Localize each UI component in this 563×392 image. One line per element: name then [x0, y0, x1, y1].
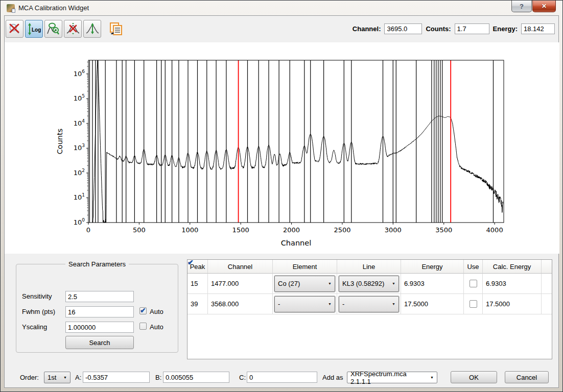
col-header-channel[interactable]: Channel	[208, 260, 273, 274]
chevron-down-icon: ▼	[390, 282, 395, 285]
svg-text:104: 104	[74, 118, 85, 127]
cell-channel-0[interactable]: 1477.000	[208, 274, 273, 294]
cell-filler-1	[542, 294, 552, 314]
cell-channel-1[interactable]: 3568.000	[208, 294, 273, 314]
svg-text:102: 102	[74, 168, 85, 177]
titlebar[interactable]: MCA Calibration Widget ? ✕	[1, 1, 562, 16]
counts-readout-value: 1.7	[455, 23, 489, 34]
fwhm-auto-label: Auto	[150, 308, 163, 315]
order-combo[interactable]: 1st ▼	[44, 372, 71, 383]
fwhm-input[interactable]	[65, 306, 134, 317]
use-checkbox-1[interactable]	[470, 300, 477, 308]
svg-text:100: 100	[74, 217, 85, 226]
add-as-combo-value: XRFSpectrum.mca 2.1.1.1	[350, 370, 428, 385]
svg-text:4000: 4000	[486, 226, 503, 234]
search-parameters-group: Search Parameters Sensitivity Fwhm (pts)…	[16, 260, 178, 353]
peak-delete-icon	[66, 22, 80, 36]
col-header-use[interactable]: Use	[464, 260, 483, 274]
element-combo-1[interactable]: - ▼	[274, 296, 335, 312]
peak-search-icon	[85, 22, 100, 36]
peak-search-button[interactable]	[83, 20, 101, 38]
cell-element-1: - ▼	[273, 294, 337, 314]
svg-text:Log: Log	[32, 27, 41, 33]
chevron-down-icon: ▼	[61, 376, 67, 379]
zoom-reset-button[interactable]	[6, 20, 24, 38]
col-header-energy[interactable]: Energy	[401, 260, 464, 274]
cell-element-0: Co (27) ▼	[273, 274, 337, 294]
channel-readout-label: Channel:	[353, 25, 381, 33]
svg-text:500: 500	[133, 226, 146, 234]
line-combo-0[interactable]: KL3 (0.58292) ▼	[339, 276, 399, 292]
mca-calibration-window: MCA Calibration Widget ? ✕ Log	[0, 0, 563, 392]
plot-toolbar: Log	[6, 20, 124, 38]
yscaling-auto-label: Auto	[150, 323, 163, 331]
cell-use-1	[464, 294, 483, 314]
cell-peak-0[interactable]: 15	[187, 274, 208, 294]
add-as-label: Add as	[322, 374, 343, 381]
order-combo-value: 1st	[48, 374, 56, 381]
line-combo-value-0: KL3 (0.58292)	[342, 280, 384, 287]
svg-text:3500: 3500	[435, 226, 452, 234]
col-header-line[interactable]: Line	[337, 260, 401, 274]
svg-text:105: 105	[74, 93, 85, 102]
close-button[interactable]: ✕	[532, 1, 556, 12]
element-combo-value-1: -	[278, 300, 280, 308]
svg-text:101: 101	[74, 192, 85, 201]
col-header-calc-energy[interactable]: Calc. Energy	[483, 260, 542, 274]
chevron-down-icon: ▼	[326, 302, 332, 306]
energy-readout-value: 18.142	[521, 23, 555, 34]
coeff-a-label: A:	[75, 374, 81, 381]
yscaling-auto-checkbox[interactable]	[139, 323, 147, 330]
coeff-b-label: B:	[155, 374, 161, 381]
cell-calc-energy-0[interactable]: 6.9303	[483, 274, 542, 294]
yscaling-label: Yscaling	[22, 323, 47, 331]
help-button[interactable]: ?	[511, 1, 532, 12]
coeff-a-input[interactable]	[83, 372, 150, 383]
col-header-element[interactable]: Element	[273, 260, 337, 274]
yscaling-input[interactable]	[65, 322, 134, 333]
copy-to-clipboard-icon	[108, 21, 124, 37]
cell-line-1: - ▼	[337, 294, 401, 314]
order-label: Order:	[20, 374, 39, 381]
coeff-c-input[interactable]	[247, 372, 317, 383]
ok-button[interactable]: OK	[451, 371, 497, 383]
cell-calc-energy-1[interactable]: 17.5000	[483, 294, 542, 314]
window-title: MCA Calibration Widget	[18, 4, 89, 12]
svg-text:Channel: Channel	[281, 239, 312, 247]
cancel-button[interactable]: Cancel	[505, 371, 549, 383]
use-checkbox-0[interactable]	[470, 280, 477, 287]
svg-text:1500: 1500	[232, 226, 249, 234]
copy-to-clipboard-button[interactable]	[108, 21, 124, 37]
cell-energy-1[interactable]: 17.5000	[401, 294, 464, 314]
app-icon	[7, 4, 15, 12]
line-combo-1[interactable]: - ▼	[339, 296, 399, 312]
log-scale-toggle-button[interactable]: Log	[25, 20, 43, 38]
chevron-down-icon: ▼	[326, 282, 332, 285]
element-combo-0[interactable]: Co (27) ▼	[274, 276, 335, 292]
spectrum-plot[interactable]: 0500100015002000250030003500400010010110…	[5, 42, 559, 254]
svg-text:2000: 2000	[283, 226, 300, 234]
svg-text:103: 103	[74, 143, 85, 152]
channel-readout-value: 3695.0	[384, 23, 422, 34]
search-button[interactable]: Search	[65, 336, 134, 349]
coeff-c-label: C:	[239, 374, 246, 381]
chevron-down-icon: ▼	[428, 376, 434, 379]
fwhm-auto-checkbox[interactable]	[139, 307, 147, 314]
add-as-combo[interactable]: XRFSpectrum.mca 2.1.1.1 ▼	[347, 372, 437, 383]
peak-delete-button[interactable]	[64, 20, 82, 38]
svg-text:2500: 2500	[334, 226, 350, 234]
svg-text:Counts: Counts	[56, 129, 64, 155]
log-scale-icon: Log	[27, 22, 41, 36]
sensitivity-input[interactable]	[65, 291, 134, 302]
cell-energy-0[interactable]: 6.9303	[401, 274, 464, 294]
counts-readout-label: Counts:	[426, 25, 451, 33]
cell-peak-1[interactable]: 39	[187, 294, 208, 314]
peak-zoom-button[interactable]	[44, 20, 62, 38]
line-combo-value-1: -	[342, 300, 344, 308]
window-buttons: ? ✕	[511, 1, 556, 12]
spectrum-chart[interactable]: 0500100015002000250030003500400010010110…	[5, 42, 559, 254]
coeff-b-input[interactable]	[163, 372, 229, 383]
zoom-reset-icon	[8, 22, 21, 36]
cursor-readouts: Channel: 3695.0 Counts: 1.7 Energy: 18.1…	[353, 23, 555, 34]
sensitivity-label: Sensitivity	[22, 292, 52, 300]
